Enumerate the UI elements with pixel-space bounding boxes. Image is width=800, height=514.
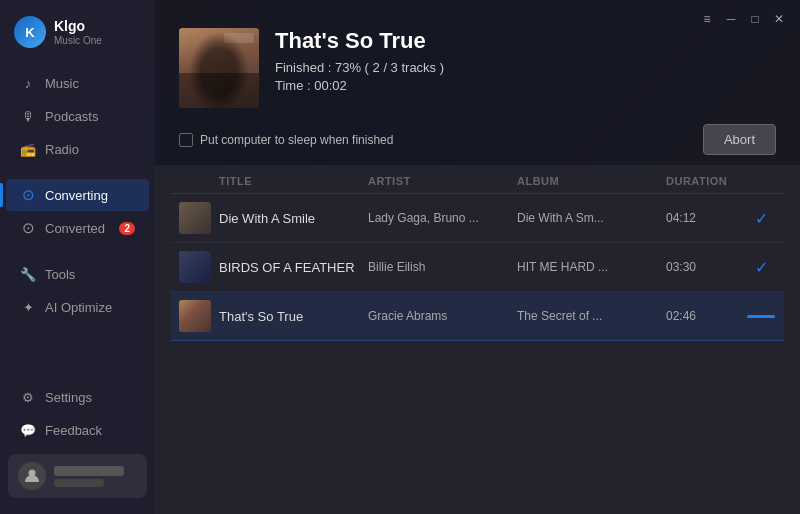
sidebar-item-converting[interactable]: ⊙ Converting: [6, 179, 149, 211]
row-thumbnail: [179, 202, 211, 234]
sidebar-label-radio: Radio: [45, 142, 79, 157]
table-row[interactable]: BIRDS OF A FEATHER Billie Eilish HIT ME …: [171, 243, 784, 292]
sidebar-label-settings: Settings: [45, 390, 92, 405]
nav-section-tools: 🔧 Tools ✦ AI Optimize: [0, 251, 155, 330]
sidebar-label-converting: Converting: [45, 188, 108, 203]
podcasts-icon: 🎙: [20, 108, 36, 124]
sidebar-bottom: ⚙ Settings 💬 Feedback ​ ​: [0, 380, 155, 514]
nav-section-convert: ⊙ Converting ⊙ Converted 2: [0, 172, 155, 251]
header-footer: Put computer to sleep when finished Abor…: [179, 124, 776, 155]
user-email: ​: [54, 479, 104, 487]
sidebar-item-podcasts[interactable]: 🎙 Podcasts: [6, 100, 149, 132]
row-thumbnail: [179, 251, 211, 283]
table-header: TITLE ARTIST ALBUM DURATION: [171, 165, 784, 194]
app-logo-icon: K: [14, 16, 46, 48]
album-art: [179, 28, 259, 108]
sleep-checkbox-area[interactable]: Put computer to sleep when finished: [179, 133, 393, 147]
sidebar-item-tools[interactable]: 🔧 Tools: [6, 258, 149, 290]
radio-icon: 📻: [20, 141, 36, 157]
sidebar-item-feedback[interactable]: 💬 Feedback: [6, 414, 149, 446]
feedback-icon: 💬: [20, 422, 36, 438]
sidebar-item-radio[interactable]: 📻 Radio: [6, 133, 149, 165]
sidebar-label-feedback: Feedback: [45, 423, 102, 438]
row-duration: 04:12: [666, 211, 746, 225]
row-status: [746, 315, 776, 318]
converting-icon: ⊙: [20, 187, 36, 203]
converting-progress-indicator: [747, 315, 775, 318]
row-artist: Gracie Abrams: [368, 309, 517, 323]
user-info: ​ ​: [54, 466, 124, 487]
check-icon: ✓: [755, 209, 768, 228]
logo-area: K Klgo Music One: [0, 0, 155, 60]
row-status: ✓: [746, 209, 776, 228]
row-album: Die With A Sm...: [517, 211, 666, 225]
row-album: HIT ME HARD ...: [517, 260, 666, 274]
tools-icon: 🔧: [20, 266, 36, 282]
row-artist: Lady Gaga, Bruno ...: [368, 211, 517, 225]
user-card[interactable]: ​ ​: [8, 454, 147, 498]
nav-section-main: ♪ Music 🎙 Podcasts 📻 Radio: [0, 60, 155, 172]
user-name: ​: [54, 466, 124, 476]
converted-badge: 2: [119, 222, 135, 235]
table-row[interactable]: Die With A Smile Lady Gaga, Bruno ... Di…: [171, 194, 784, 243]
maximize-button[interactable]: □: [744, 8, 766, 30]
avatar: [18, 462, 46, 490]
col-title: TITLE: [219, 175, 368, 187]
app-subtitle: Music One: [54, 35, 102, 46]
check-icon: ✓: [755, 258, 768, 277]
col-album: ALBUM: [517, 175, 666, 187]
track-time: Time : 00:02: [275, 78, 776, 93]
sidebar: K Klgo Music One ♪ Music 🎙 Podcasts 📻 Ra…: [0, 0, 155, 514]
sidebar-label-podcasts: Podcasts: [45, 109, 98, 124]
settings-icon: ⚙: [20, 389, 36, 405]
col-status: [746, 175, 776, 187]
col-duration: DURATION: [666, 175, 746, 187]
track-progress: Finished : 73% ( 2 / 3 tracks ): [275, 60, 776, 75]
row-status: ✓: [746, 258, 776, 277]
sidebar-label-tools: Tools: [45, 267, 75, 282]
table-row[interactable]: That's So True Gracie Abrams The Secret …: [171, 292, 784, 341]
logo-text: Klgo Music One: [54, 18, 102, 46]
track-info-row: That's So True Finished : 73% ( 2 / 3 tr…: [179, 28, 776, 108]
sidebar-item-settings[interactable]: ⚙ Settings: [6, 381, 149, 413]
row-title: BIRDS OF A FEATHER: [219, 260, 368, 275]
sleep-label: Put computer to sleep when finished: [200, 133, 393, 147]
converted-icon: ⊙: [20, 220, 36, 236]
row-duration: 03:30: [666, 260, 746, 274]
sidebar-item-ai-optimize[interactable]: ✦ AI Optimize: [6, 291, 149, 323]
row-title: Die With A Smile: [219, 211, 368, 226]
sidebar-item-music[interactable]: ♪ Music: [6, 67, 149, 99]
menu-button[interactable]: ≡: [696, 8, 718, 30]
sidebar-label-ai-optimize: AI Optimize: [45, 300, 112, 315]
sleep-checkbox[interactable]: [179, 133, 193, 147]
row-title: That's So True: [219, 309, 368, 324]
main-area: ≡ ─ □ ✕ That's So True Finished : 73% ( …: [155, 0, 800, 514]
minimize-button[interactable]: ─: [720, 8, 742, 30]
app-name: Klgo: [54, 18, 102, 35]
row-duration: 02:46: [666, 309, 746, 323]
music-icon: ♪: [20, 75, 36, 91]
row-album: The Secret of ...: [517, 309, 666, 323]
sidebar-label-converted: Converted: [45, 221, 105, 236]
col-artist: ARTIST: [368, 175, 517, 187]
col-thumb: [179, 175, 219, 187]
table-area: TITLE ARTIST ALBUM DURATION Die With A S…: [155, 165, 800, 514]
abort-button[interactable]: Abort: [703, 124, 776, 155]
titlebar: ≡ ─ □ ✕: [686, 0, 800, 38]
sidebar-item-converted[interactable]: ⊙ Converted 2: [6, 212, 149, 244]
sidebar-label-music: Music: [45, 76, 79, 91]
close-button[interactable]: ✕: [768, 8, 790, 30]
ai-optimize-icon: ✦: [20, 299, 36, 315]
row-thumbnail: [179, 300, 211, 332]
row-artist: Billie Eilish: [368, 260, 517, 274]
